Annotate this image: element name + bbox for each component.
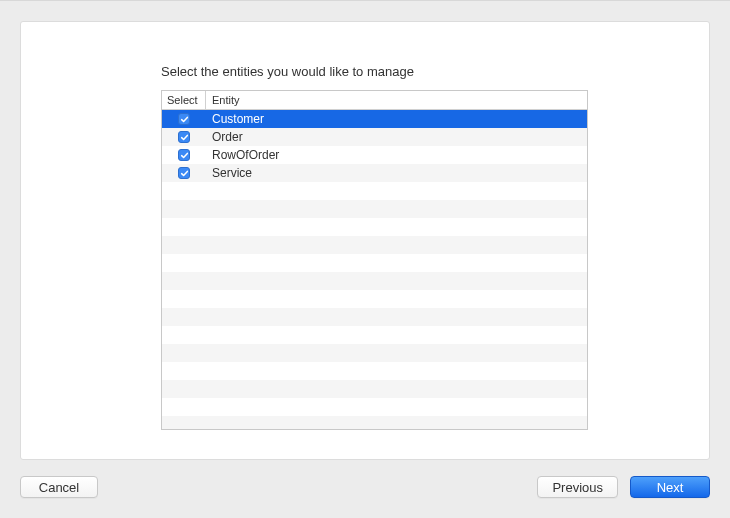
- wizard-window: Select the entities you would like to ma…: [0, 0, 730, 518]
- table-row[interactable]: RowOfOrder: [162, 146, 587, 164]
- table-row: [162, 290, 587, 308]
- column-header-select[interactable]: Select: [162, 91, 206, 109]
- column-header-entity[interactable]: Entity: [206, 91, 587, 109]
- table-row: [162, 362, 587, 380]
- select-checkbox[interactable]: [178, 113, 190, 125]
- cell-select: [162, 167, 206, 179]
- table-row: [162, 200, 587, 218]
- cell-entity: Customer: [206, 112, 587, 126]
- button-bar: Cancel Previous Next: [20, 476, 710, 502]
- table-row: [162, 308, 587, 326]
- table-row[interactable]: Order: [162, 128, 587, 146]
- table-row: [162, 344, 587, 362]
- next-button[interactable]: Next: [630, 476, 710, 498]
- cancel-button[interactable]: Cancel: [20, 476, 98, 498]
- select-checkbox[interactable]: [178, 149, 190, 161]
- previous-button[interactable]: Previous: [537, 476, 618, 498]
- table-row: [162, 398, 587, 416]
- cell-entity: RowOfOrder: [206, 148, 587, 162]
- table-row: [162, 272, 587, 290]
- table-row: [162, 380, 587, 398]
- select-checkbox[interactable]: [178, 131, 190, 143]
- table-row: [162, 182, 587, 200]
- table-row: [162, 416, 587, 430]
- table-row: [162, 236, 587, 254]
- cell-select: [162, 131, 206, 143]
- cell-select: [162, 149, 206, 161]
- table-body: CustomerOrderRowOfOrderService: [162, 110, 587, 430]
- select-checkbox[interactable]: [178, 167, 190, 179]
- instruction-text: Select the entities you would like to ma…: [161, 64, 414, 79]
- table-row[interactable]: Service: [162, 164, 587, 182]
- cell-select: [162, 113, 206, 125]
- table-header: Select Entity: [162, 91, 587, 110]
- table-row: [162, 326, 587, 344]
- entities-table: Select Entity CustomerOrderRowOfOrderSer…: [161, 90, 588, 430]
- table-row: [162, 218, 587, 236]
- cell-entity: Service: [206, 166, 587, 180]
- content-panel: Select the entities you would like to ma…: [20, 21, 710, 460]
- table-row[interactable]: Customer: [162, 110, 587, 128]
- cell-entity: Order: [206, 130, 587, 144]
- table-row: [162, 254, 587, 272]
